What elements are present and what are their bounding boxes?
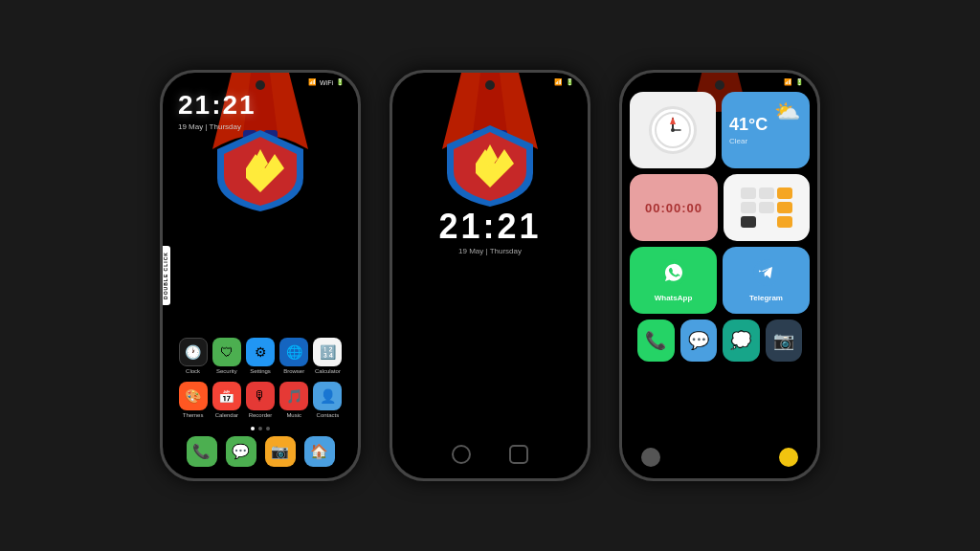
dock-phone[interactable]: 📞 xyxy=(187,436,217,467)
dock-messages[interactable]: 💬 xyxy=(226,436,256,467)
phone3-screen: 📶 🔋 xyxy=(622,73,817,478)
phone3-side-btn-power[interactable] xyxy=(818,187,820,235)
weather-description: Clear xyxy=(729,137,747,145)
phone3-wrapper: 📶 🔋 xyxy=(619,70,820,481)
timer-display: 00:00:00 xyxy=(645,201,702,215)
calc-key-2 xyxy=(759,187,774,199)
app-music-icon: 🎵 xyxy=(279,382,308,410)
calc-key-1 xyxy=(741,187,756,199)
app-contacts[interactable]: 👤 Contacts xyxy=(311,382,345,418)
phone1-app-row1: 🕐 Clock 🛡 Security ⚙ Settings 🌐 Browser xyxy=(176,338,345,374)
dock-camera[interactable]: 📷 xyxy=(265,436,296,467)
weather-sun-icon: ⛅ xyxy=(774,99,800,124)
phone2-lock-time: 21:21 xyxy=(438,207,541,247)
calc-key-3 xyxy=(741,202,756,213)
app-contacts-label: Contacts xyxy=(317,412,340,418)
phone1-signal-icon: 📶 xyxy=(308,78,317,86)
app-browser-label: Browser xyxy=(283,368,304,374)
widget-telegram[interactable]: Telegram xyxy=(723,247,810,314)
app-themes[interactable]: 🎨 Themes xyxy=(176,382,210,418)
calc-key-op xyxy=(777,187,792,199)
phone3-bottom-bar xyxy=(622,448,817,467)
app-calendar[interactable]: 📅 Calendar xyxy=(210,382,243,418)
phone3: 📶 🔋 xyxy=(619,70,820,481)
phone2-bottom-bar xyxy=(452,445,528,464)
widget-clock[interactable] xyxy=(630,92,716,168)
app-clock[interactable]: 🕐 Clock xyxy=(176,338,210,374)
phone1-app-grid: 🕐 Clock 🛡 Security ⚙ Settings 🌐 Browser xyxy=(163,338,358,426)
app-calculator-label: Calculator xyxy=(315,368,341,374)
widget-screenshot-icon[interactable]: 📷 xyxy=(766,320,803,362)
phone3-flashlight[interactable] xyxy=(779,448,798,467)
app-browser[interactable]: 🌐 Browser xyxy=(278,338,311,374)
app-recorder[interactable]: 🎙 Recorder xyxy=(243,382,277,418)
app-calendar-icon: 📅 xyxy=(212,382,241,410)
app-clock-icon: 🕐 xyxy=(179,338,208,366)
app-settings[interactable]: ⚙ Settings xyxy=(243,338,277,374)
app-settings-label: Settings xyxy=(250,368,271,374)
app-security[interactable]: 🛡 Security xyxy=(210,338,243,374)
app-calculator-icon: 🔢 xyxy=(313,338,342,366)
app-settings-icon: ⚙ xyxy=(246,338,275,366)
clock-face xyxy=(649,106,697,154)
phone2-lock-date: 19 May | Thursday xyxy=(458,247,522,255)
phone2-status-bar: 📶 🔋 xyxy=(392,73,588,78)
phone1-app-row2: 🎨 Themes 📅 Calendar 🎙 Recorder 🎵 Music xyxy=(176,382,345,418)
widget-phone-icon[interactable]: 📞 xyxy=(637,320,675,362)
phone2-battery-icon: 🔋 xyxy=(566,78,574,86)
phone1-side-btn-vol-down[interactable] xyxy=(160,207,162,235)
phone1-lock-time: 21:21 xyxy=(178,90,256,121)
phone3-nav-home[interactable] xyxy=(641,448,660,467)
phone1-double-click-wrapper: DOUBLE CLICK xyxy=(163,271,222,280)
calc-mini-grid xyxy=(735,182,798,233)
phone2-nav-recent[interactable] xyxy=(509,445,528,464)
widget-messenger-icon[interactable]: 💬 xyxy=(680,320,718,362)
weather-temperature: 41°C xyxy=(729,115,768,135)
telegram-label: Telegram xyxy=(749,294,783,302)
widget-timer[interactable]: 00:00:00 xyxy=(630,174,718,241)
calc-key-zero xyxy=(741,216,756,228)
pagination-dot-2 xyxy=(258,427,262,430)
widget-calculator[interactable] xyxy=(724,174,810,241)
widget-weather[interactable]: 41°C Clear ⛅ xyxy=(722,92,810,168)
phone3-battery-icon: 🔋 xyxy=(795,78,804,86)
app-themes-label: Themes xyxy=(183,412,204,418)
phone2-side-btn-power[interactable] xyxy=(589,187,590,235)
app-security-label: Security xyxy=(216,368,237,374)
pagination-dot-1 xyxy=(251,427,255,430)
phone1-shield xyxy=(212,125,308,211)
widget-whatsapp[interactable]: WhatsApp xyxy=(630,247,717,314)
phone2-wrapper: 📶 🔋 xyxy=(390,70,590,481)
phone2-nav-home[interactable] xyxy=(452,445,471,464)
phone1-screen: 📶 WiFi 🔋 xyxy=(163,73,358,478)
phone1-dock: 📞 💬 📷 🏠 xyxy=(163,436,358,467)
phone2-signal-icon: 📶 xyxy=(554,78,563,86)
phone1-battery-icon: 🔋 xyxy=(336,78,345,86)
app-browser-icon: 🌐 xyxy=(279,338,308,366)
app-music[interactable]: 🎵 Music xyxy=(278,382,311,418)
phone1-side-btn-vol-up[interactable] xyxy=(160,168,162,197)
whatsapp-label: WhatsApp xyxy=(655,294,693,302)
app-recorder-icon: 🎙 xyxy=(246,382,275,410)
app-calendar-label: Calendar xyxy=(215,412,238,418)
calc-key-4 xyxy=(759,202,774,213)
app-security-icon: 🛡 xyxy=(212,338,241,366)
app-music-label: Music xyxy=(286,412,301,418)
phone3-signal-icon: 📶 xyxy=(784,78,792,86)
phone1-side-btn-power[interactable] xyxy=(359,187,361,235)
widget-chat-icon[interactable]: 💭 xyxy=(723,320,760,362)
telegram-icon xyxy=(753,259,780,292)
phone2-screen: 📶 🔋 xyxy=(392,73,588,478)
phone1-wrapper: 📶 WiFi 🔋 xyxy=(160,70,361,481)
app-calculator[interactable]: 🔢 Calculator xyxy=(311,338,345,374)
calc-key-eq xyxy=(777,216,792,228)
phone1: 📶 WiFi 🔋 xyxy=(160,70,361,481)
double-click-label: DOUBLE CLICK xyxy=(163,246,170,305)
app-contacts-icon: 👤 xyxy=(313,382,342,410)
whatsapp-icon xyxy=(660,259,687,292)
calc-key-op2 xyxy=(777,202,792,213)
phone2-shield xyxy=(442,121,538,207)
phone2: 📶 🔋 xyxy=(390,70,590,481)
dock-home[interactable]: 🏠 xyxy=(304,436,335,467)
phone1-wifi-icon: WiFi xyxy=(320,79,333,86)
